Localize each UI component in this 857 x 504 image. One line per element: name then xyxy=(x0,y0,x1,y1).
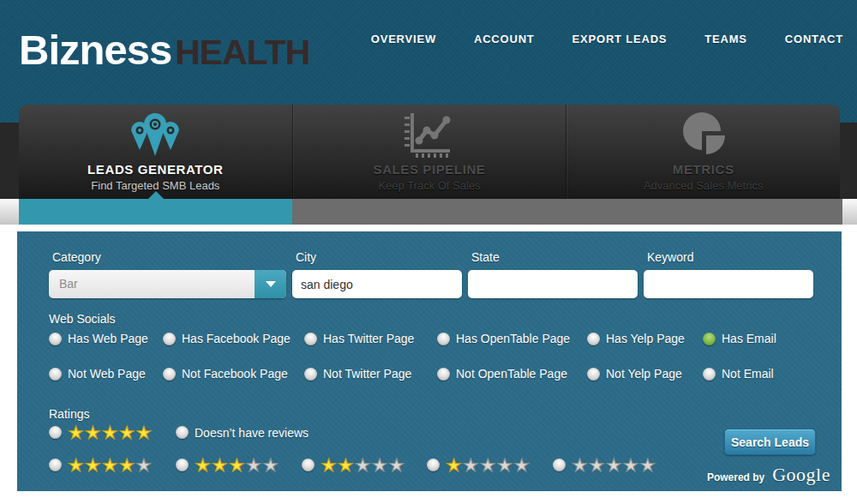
leads-generator-panel: Category Bar City State Keyword Web Soci… xyxy=(17,231,842,491)
keyword-field: Keyword xyxy=(644,250,813,298)
nav-item-account[interactable]: ACCOUNT xyxy=(474,33,535,45)
nav-item-teams[interactable]: TEAMS xyxy=(704,33,747,45)
nav-item-overview[interactable]: OVERVIEW xyxy=(371,33,436,45)
city-input[interactable] xyxy=(292,270,462,298)
category-label: Category xyxy=(52,250,286,264)
radio-label: Not OpenTable Page xyxy=(456,367,567,381)
star-rating-0: ★★★★★ xyxy=(572,456,656,474)
ratings-heading: Ratings xyxy=(49,407,842,421)
tab-sales-pipeline[interactable]: SALES PIPELINE Keep Track Of Sales xyxy=(292,105,566,199)
subbar-edge xyxy=(842,199,857,225)
radio-option-has-facebook-page[interactable]: Has Facebook Page xyxy=(163,332,304,345)
keyword-input[interactable] xyxy=(644,270,813,298)
radio-icon xyxy=(49,459,62,471)
radio-icon xyxy=(49,333,62,345)
radio-option-has-opentable-page[interactable]: Has OpenTable Page xyxy=(437,332,587,345)
radio-icon xyxy=(176,426,189,439)
nav-item-contact[interactable]: CONTACT xyxy=(785,33,843,45)
dropdown-arrow-icon[interactable] xyxy=(255,270,286,298)
star-empty-icon: ★ xyxy=(262,456,279,474)
radio-icon xyxy=(587,368,600,381)
radio-label: Has Web Page xyxy=(68,332,148,345)
star-empty-icon: ★ xyxy=(463,456,480,474)
main-nav: OVERVIEWACCOUNTEXPORT LEADSTEAMSCONTACT xyxy=(371,33,843,45)
category-select[interactable]: Bar xyxy=(49,270,286,298)
star-empty-icon: ★ xyxy=(622,456,639,474)
radio-icon xyxy=(49,426,62,439)
radio-label: Has Facebook Page xyxy=(182,332,291,345)
radio-icon xyxy=(176,459,189,471)
star-empty-icon: ★ xyxy=(480,456,497,474)
radio-icon xyxy=(437,368,450,381)
radio-option-has-twitter-page[interactable]: Has Twitter Page xyxy=(304,332,437,345)
star-full-icon: ★ xyxy=(338,456,355,474)
star-full-icon: ★ xyxy=(85,456,102,474)
radio-icon xyxy=(304,368,317,381)
star-full-icon: ★ xyxy=(212,456,229,474)
radio-option-not-opentable-page[interactable]: Not OpenTable Page xyxy=(437,367,587,381)
radio-option-not-email[interactable]: Not Email xyxy=(703,367,842,381)
nav-item-export-leads[interactable]: EXPORT LEADS xyxy=(572,33,668,45)
tab-title: METRICS xyxy=(566,162,840,177)
tab-bar: LEADS GENERATOR Find Targeted SMB Leads xyxy=(19,105,840,199)
radio-option-3-stars[interactable]: ★★★★★ xyxy=(176,456,302,474)
radio-option-not-twitter-page[interactable]: Not Twitter Page xyxy=(304,367,437,381)
radio-option-has-email[interactable]: Has Email xyxy=(703,332,842,345)
star-full-icon: ★ xyxy=(118,456,135,474)
radio-icon xyxy=(587,333,600,345)
star-full-icon: ★ xyxy=(68,456,85,474)
star-rating-5: ★★★★★ xyxy=(68,423,153,441)
tab-title: LEADS GENERATOR xyxy=(19,162,292,177)
subbar-edge xyxy=(0,199,19,225)
radio-icon xyxy=(553,459,566,471)
powered-by: Powered by Google xyxy=(707,464,830,486)
radio-label: Has Twitter Page xyxy=(323,332,414,345)
radio-icon xyxy=(703,368,716,381)
radio-option-4-stars[interactable]: ★★★★★ xyxy=(49,456,176,474)
keyword-label: Keyword xyxy=(647,250,813,264)
inactive-tab-indicator xyxy=(292,199,842,225)
radio-option-5-stars[interactable]: ★★★★★ xyxy=(49,423,176,441)
active-tab-notch xyxy=(148,191,164,199)
tab-metrics[interactable]: METRICS Advanced Sales Metrics xyxy=(566,105,840,199)
star-empty-icon: ★ xyxy=(355,456,372,474)
star-rating-2: ★★★★★ xyxy=(321,456,405,474)
radio-option-1-stars[interactable]: ★★★★★ xyxy=(427,456,553,474)
state-field: State xyxy=(468,250,638,298)
state-input[interactable] xyxy=(468,270,638,298)
radio-label: Doesn’t have reviews xyxy=(195,426,309,440)
star-full-icon: ★ xyxy=(446,456,463,474)
star-full-icon: ★ xyxy=(135,423,153,441)
google-logo: Google xyxy=(772,464,830,486)
radio-icon xyxy=(427,459,440,471)
radio-option-not-yelp-page[interactable]: Not Yelp Page xyxy=(587,367,703,381)
radio-icon xyxy=(437,333,450,345)
radio-option-has-web-page[interactable]: Has Web Page xyxy=(49,332,163,345)
star-empty-icon: ★ xyxy=(388,456,405,474)
star-full-icon: ★ xyxy=(195,456,212,474)
logo[interactable]: Bizness HEALTH xyxy=(19,26,309,74)
star-empty-icon: ★ xyxy=(496,456,513,474)
star-empty-icon: ★ xyxy=(245,456,262,474)
ratings-row-1: ★★★★★Doesn’t have reviews xyxy=(49,423,842,441)
tab-leads-generator[interactable]: LEADS GENERATOR Find Targeted SMB Leads xyxy=(19,105,292,199)
radio-icon xyxy=(49,368,62,381)
radio-option-has-yelp-page[interactable]: Has Yelp Page xyxy=(587,332,703,345)
radio-label: Not Yelp Page xyxy=(606,367,682,381)
radio-option-not-web-page[interactable]: Not Web Page xyxy=(49,367,163,381)
line-chart-icon xyxy=(293,110,566,159)
tab-subtitle: Keep Track Of Sales xyxy=(293,179,566,192)
city-field: City xyxy=(292,250,462,298)
radio-option-not-facebook-page[interactable]: Not Facebook Page xyxy=(163,367,304,381)
logo-secondary: HEALTH xyxy=(175,33,309,73)
star-empty-icon: ★ xyxy=(572,456,589,474)
tab-subtitle: Advanced Sales Metrics xyxy=(566,179,840,192)
tab-subtitle: Find Targeted SMB Leads xyxy=(19,179,292,192)
radio-label: Not Web Page xyxy=(68,367,146,381)
active-tab-indicator xyxy=(19,199,292,225)
search-leads-button[interactable]: Search Leads xyxy=(724,429,816,455)
radio-label: Not Email xyxy=(722,367,774,381)
radio-label: Not Facebook Page xyxy=(182,367,288,381)
star-empty-icon: ★ xyxy=(371,456,388,474)
radio-option-2-stars[interactable]: ★★★★★ xyxy=(302,456,427,474)
